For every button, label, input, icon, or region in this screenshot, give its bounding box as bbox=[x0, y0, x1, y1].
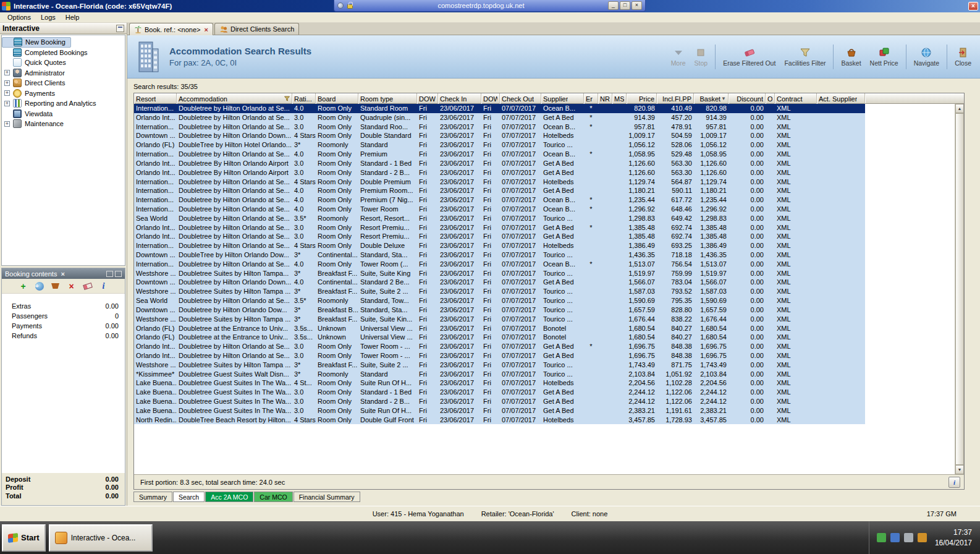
sidebar-item-payments[interactable]: +Payments bbox=[2, 88, 125, 99]
table-row[interactable]: Internation...Doubletree by Hilton Orlan… bbox=[134, 260, 865, 269]
expand-icon[interactable]: + bbox=[4, 70, 10, 75]
tab-book-ref-none[interactable]: Book. ref.: <none>× bbox=[129, 23, 213, 35]
table-row[interactable]: Orlando Int...Doubletree by Hilton Orlan… bbox=[134, 342, 865, 351]
sidebar-item-completed-bookings[interactable]: Completed Bookings bbox=[2, 48, 125, 58]
table-row[interactable]: Internation...Doubletree by Hilton Orlan… bbox=[134, 186, 865, 195]
column-header-of[interactable]: Of bbox=[766, 93, 775, 104]
table-row[interactable]: Internation...Doubletree by Hilton Orlan… bbox=[134, 195, 865, 205]
basket-button[interactable]: Basket bbox=[837, 45, 864, 68]
table-row[interactable]: North Redin...DoubleTree Beach Resort by… bbox=[134, 416, 865, 425]
rdp-restore-button[interactable]: □ bbox=[620, 1, 630, 10]
table-row[interactable]: Sea WorldDoubletree by Hilton Orlando at… bbox=[134, 296, 865, 305]
booking-row-refunds[interactable]: Refunds0.00 bbox=[2, 332, 125, 342]
column-header-accommodation[interactable]: Accommodation bbox=[177, 93, 292, 104]
scroll-down-icon[interactable]: ▼ bbox=[955, 465, 964, 474]
table-row[interactable]: Lake Buena...Doubletree Guest Suites In … bbox=[134, 397, 865, 406]
erase-filtered-out-button[interactable]: Erase Filtered Out bbox=[719, 45, 779, 68]
tab-direct-clients-search[interactable]: Direct Clients Search bbox=[214, 23, 299, 35]
window-close-button[interactable]: × bbox=[968, 2, 978, 11]
navigate-button[interactable]: Navigate bbox=[910, 45, 943, 68]
table-row[interactable]: Orlando Int...Doubletree by Hilton Orlan… bbox=[134, 351, 865, 360]
table-row[interactable]: Internation...Doubletree by Hilton Orlan… bbox=[134, 122, 865, 132]
column-header-er[interactable]: Er bbox=[584, 93, 598, 104]
facilities-filter-button[interactable]: Facilities Filter bbox=[780, 45, 829, 68]
filter-funnel-icon[interactable] bbox=[284, 96, 290, 101]
column-header-supplier[interactable]: Supplier bbox=[541, 93, 584, 104]
close-button[interactable]: Close bbox=[951, 45, 975, 68]
table-row[interactable]: Orlando (FL)Doubletree at the Entrance t… bbox=[134, 324, 865, 333]
tray-printer-icon[interactable] bbox=[904, 533, 913, 542]
column-header-dow[interactable]: DOW bbox=[481, 93, 500, 104]
column-header-incl-fl-pp[interactable]: Incl.Fl.PP bbox=[657, 93, 694, 104]
column-header-board[interactable]: Board bbox=[316, 93, 358, 104]
taskbar-task-button[interactable]: Interactive - Ocea... bbox=[49, 524, 153, 552]
table-row[interactable]: Internation...Doubletree by Hilton Orlan… bbox=[134, 177, 865, 187]
delete-item-icon[interactable]: × bbox=[67, 281, 77, 291]
table-row[interactable]: Internation...Doubletree by Hilton Orlan… bbox=[134, 104, 865, 113]
table-row[interactable]: Sea WorldDoubletree by Hilton Orlando at… bbox=[134, 214, 865, 223]
tab-close-icon[interactable]: × bbox=[205, 26, 208, 33]
column-header-resort[interactable]: Resort bbox=[134, 93, 177, 104]
booking-contents-float-button[interactable] bbox=[106, 271, 113, 277]
table-row[interactable]: Westshore ...Doubletree Suites by Hilton… bbox=[134, 315, 865, 324]
table-row[interactable]: Westshore ...Doubletree Suites by Hilton… bbox=[134, 269, 865, 278]
bottom-tab-financial-summary[interactable]: Financial Summary bbox=[294, 492, 360, 502]
column-header-room-type[interactable]: Room type bbox=[358, 93, 417, 104]
table-row[interactable]: Orlando Int...Doubletree By Hilton Orlan… bbox=[134, 168, 865, 177]
tray-antivirus-icon[interactable] bbox=[877, 533, 886, 542]
rdp-minimize-button[interactable]: _ bbox=[608, 1, 619, 10]
table-row[interactable]: Orlando (FL)DoubleTree by Hilton Hotel O… bbox=[134, 140, 865, 150]
sidebar-item-quick-quotes[interactable]: Quick Quotes bbox=[2, 58, 125, 68]
menu-item-logs[interactable]: Logs bbox=[36, 13, 61, 22]
booking-contents-close-icon[interactable]: × bbox=[61, 270, 64, 278]
expand-icon[interactable]: + bbox=[4, 101, 10, 106]
bottom-tab-car-mco[interactable]: Car MCO bbox=[254, 492, 292, 502]
sidebar-item-administrator[interactable]: +Administrator bbox=[2, 68, 125, 79]
booking-row-extras[interactable]: Extras0.00 bbox=[2, 302, 125, 312]
bottom-tab-summary[interactable]: Summary bbox=[133, 492, 172, 502]
column-header-ms[interactable]: MS bbox=[612, 93, 627, 104]
column-header-nr[interactable]: NR bbox=[598, 93, 612, 104]
vertical-scrollbar[interactable]: ▲ ▼ bbox=[955, 104, 964, 474]
scroll-up-icon[interactable]: ▲ bbox=[955, 104, 964, 113]
sidebar-item-maintenance[interactable]: +Maintenance bbox=[2, 119, 125, 129]
column-header-dow[interactable]: DOW bbox=[417, 93, 438, 104]
info-icon[interactable]: i bbox=[99, 281, 109, 291]
table-row[interactable]: Westshore ...Doubletree Suites by Hilton… bbox=[134, 287, 865, 296]
bottom-tab-search[interactable]: Search bbox=[173, 492, 205, 502]
expand-icon[interactable]: + bbox=[4, 80, 10, 86]
column-header-basket[interactable]: Basket▼ bbox=[694, 93, 729, 104]
table-row[interactable]: *Kissimmee*Doubletree Guest Suites Walt … bbox=[134, 370, 865, 379]
pin-icon[interactable] bbox=[337, 2, 344, 9]
table-row[interactable]: Downtown ...DoubleTree by Hilton Orlando… bbox=[134, 250, 865, 260]
table-row[interactable]: Lake Buena...Doubletree Guest Suites In … bbox=[134, 388, 865, 397]
expand-icon[interactable]: + bbox=[4, 90, 10, 96]
table-row[interactable]: Lake Buena...Doubletree Guest Suites In … bbox=[134, 406, 865, 416]
bottom-tab-acc-2a-mco[interactable]: Acc 2A MCO bbox=[205, 492, 253, 502]
column-header-act-supplier[interactable]: Act. Supplier bbox=[817, 93, 865, 104]
add-to-basket-icon[interactable] bbox=[51, 281, 61, 291]
table-row[interactable]: Internation...Doubletree by Hilton Orlan… bbox=[134, 241, 865, 250]
booking-row-payments[interactable]: Payments0.00 bbox=[2, 322, 125, 332]
column-header-check-out[interactable]: Check Out bbox=[500, 93, 541, 104]
web-search-icon[interactable]: + bbox=[35, 281, 44, 291]
nett-price-button[interactable]: Nett Price bbox=[866, 45, 902, 68]
table-row[interactable]: Internation...Doubletree by Hilton Orlan… bbox=[134, 205, 865, 214]
menu-item-help[interactable]: Help bbox=[61, 13, 85, 22]
table-row[interactable]: Internation...Doubletree by Hilton Orlan… bbox=[134, 150, 865, 159]
table-row[interactable]: Orlando Int...Doubletree By Hilton Orlan… bbox=[134, 159, 865, 168]
sidebar-item-direct-clients[interactable]: +Direct Clients bbox=[2, 78, 125, 88]
sidebar-collapse-button[interactable] bbox=[116, 25, 124, 32]
menu-item-options[interactable]: Options bbox=[2, 13, 36, 22]
add-item-icon[interactable]: + bbox=[19, 281, 28, 291]
info-button[interactable]: i bbox=[948, 477, 960, 488]
table-row[interactable]: Lake Buena...Doubletree Guest Suites In … bbox=[134, 378, 865, 388]
table-row[interactable]: Orlando Int...Doubletree by Hilton Orlan… bbox=[134, 113, 865, 122]
table-row[interactable]: Orlando Int...Doubletree by Hilton Orlan… bbox=[134, 232, 865, 241]
table-row[interactable]: Downtown ...Doubletree by Hilton Orlando… bbox=[134, 305, 865, 315]
sidebar-item-viewdata[interactable]: Viewdata bbox=[2, 109, 125, 119]
booking-contents-maximize-button[interactable] bbox=[115, 271, 122, 277]
column-header-price[interactable]: Price bbox=[627, 93, 657, 104]
scroll-thumb[interactable] bbox=[955, 113, 964, 465]
table-row[interactable]: Orlando Int...Doubletree by Hilton Orlan… bbox=[134, 223, 865, 232]
